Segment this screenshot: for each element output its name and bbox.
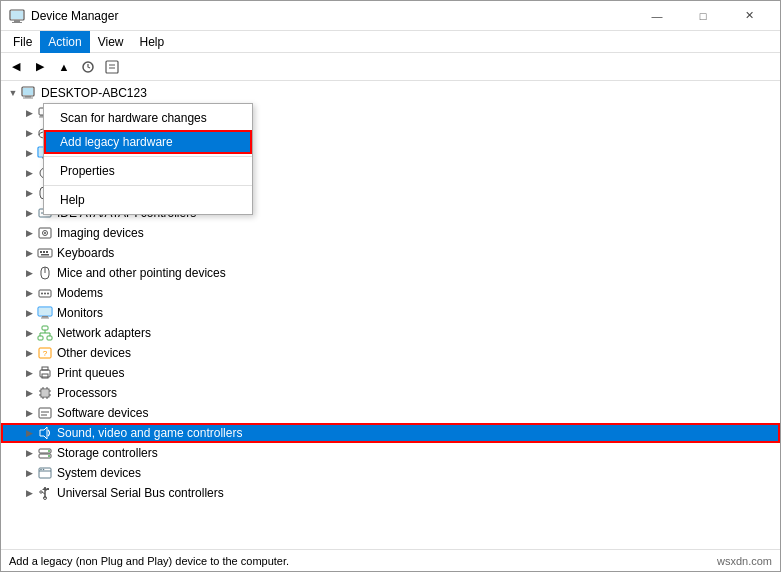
tree-item-imaging[interactable]: ▶ Imaging devices (1, 223, 780, 243)
tree-item-system[interactable]: ▶ System devices (1, 463, 780, 483)
menu-scan-hardware[interactable]: Scan for hardware changes (44, 106, 252, 130)
svg-rect-1 (14, 20, 20, 22)
device-manager-window: Device Manager — □ ✕ File Action View He… (0, 0, 781, 572)
tree-item-software[interactable]: ▶ Software devices (1, 403, 780, 423)
sound-icon (37, 425, 53, 441)
network-icon (37, 325, 53, 341)
storage-icon (37, 445, 53, 461)
modem-expander[interactable]: ▶ (21, 285, 37, 301)
svg-rect-47 (47, 336, 52, 340)
svg-point-73 (48, 450, 50, 452)
maximize-button[interactable]: □ (680, 1, 726, 31)
display-expander[interactable]: ▶ (21, 145, 37, 161)
computer-expander[interactable]: ▶ (21, 105, 37, 121)
menu-add-legacy[interactable]: Add legacy hardware (44, 130, 252, 154)
hid-expander[interactable]: ▶ (21, 185, 37, 201)
imaging-icon (37, 225, 53, 241)
sound-expander[interactable]: ▶ (21, 425, 37, 441)
tree-item-monitor[interactable]: ▶ Monitors (1, 303, 780, 323)
main-content: Scan for hardware changes Add legacy har… (1, 81, 780, 549)
tree-item-storage[interactable]: ▶ Storage controllers (1, 443, 780, 463)
app-icon (9, 8, 25, 24)
svg-rect-55 (42, 367, 48, 370)
window-title: Device Manager (31, 9, 118, 23)
svg-rect-32 (43, 251, 45, 253)
imaging-expander[interactable]: ▶ (21, 225, 37, 241)
svg-point-38 (41, 293, 43, 295)
tree-item-print[interactable]: ▶ Print queues (1, 363, 780, 383)
toolbar-properties[interactable] (101, 56, 123, 78)
minimize-button[interactable]: — (634, 1, 680, 31)
monitor-label: Monitors (57, 306, 103, 320)
tree-item-other[interactable]: ▶ ? Other devices (1, 343, 780, 363)
toolbar-up[interactable]: ▲ (53, 56, 75, 78)
svg-point-29 (44, 232, 46, 234)
menu-action[interactable]: Action (40, 31, 89, 53)
svg-point-77 (40, 469, 42, 471)
status-right: wsxdn.com (717, 555, 772, 567)
menu-properties[interactable]: Properties (44, 159, 252, 183)
menu-file[interactable]: File (5, 31, 40, 53)
network-expander[interactable]: ▶ (21, 325, 37, 341)
mouse-expander[interactable]: ▶ (21, 265, 37, 281)
svg-rect-33 (46, 251, 48, 253)
usb-label: Universal Serial Bus controllers (57, 486, 224, 500)
monitor-expander[interactable]: ▶ (21, 305, 37, 321)
svg-point-78 (43, 469, 45, 471)
processor-expander[interactable]: ▶ (21, 385, 37, 401)
toolbar-scan[interactable] (77, 56, 99, 78)
tree-item-processor[interactable]: ▶ Processors (1, 383, 780, 403)
system-expander[interactable]: ▶ (21, 465, 37, 481)
mouse-label: Mice and other pointing devices (57, 266, 226, 280)
ide-expander[interactable]: ▶ (21, 205, 37, 221)
menu-bar: File Action View Help (1, 31, 780, 53)
tree-item-modem[interactable]: ▶ Modems (1, 283, 780, 303)
menu-divider-2 (44, 185, 252, 186)
toolbar-forward[interactable]: ▶ (29, 56, 51, 78)
close-button[interactable]: ✕ (726, 1, 772, 31)
processor-label: Processors (57, 386, 117, 400)
tree-item-mouse[interactable]: ▶ Mice and other pointing devices (1, 263, 780, 283)
svg-rect-58 (42, 390, 48, 396)
dvd-expander[interactable]: ▶ (21, 165, 37, 181)
svg-marker-70 (40, 427, 47, 439)
keyboard-label: Keyboards (57, 246, 114, 260)
svg-rect-42 (39, 308, 51, 315)
imaging-label: Imaging devices (57, 226, 144, 240)
menu-view[interactable]: View (90, 31, 132, 53)
system-label: System devices (57, 466, 141, 480)
network-label: Network adapters (57, 326, 151, 340)
mouse-icon (37, 265, 53, 281)
toolbar-back[interactable]: ◀ (5, 56, 27, 78)
computer-icon (21, 85, 37, 101)
system-icon (37, 465, 53, 481)
disk-expander[interactable]: ▶ (21, 125, 37, 141)
storage-expander[interactable]: ▶ (21, 445, 37, 461)
svg-rect-34 (41, 254, 49, 256)
other-icon: ? (37, 345, 53, 361)
keyboard-expander[interactable]: ▶ (21, 245, 37, 261)
other-expander[interactable]: ▶ (21, 345, 37, 361)
print-expander[interactable]: ▶ (21, 365, 37, 381)
tree-item-keyboard[interactable]: ▶ Keyboards (1, 243, 780, 263)
software-icon (37, 405, 53, 421)
tree-item-network[interactable]: ▶ Network adapters (1, 323, 780, 343)
menu-help-action[interactable]: Help (44, 188, 252, 212)
tree-root[interactable]: ▼ DESKTOP-ABC123 (1, 83, 780, 103)
tree-item-sound[interactable]: ▶ Sound, video and game controllers (1, 423, 780, 443)
processor-icon (37, 385, 53, 401)
print-label: Print queues (57, 366, 124, 380)
svg-rect-2 (12, 22, 22, 23)
svg-text:?: ? (43, 349, 48, 358)
root-expander[interactable]: ▼ (5, 85, 21, 101)
print-icon (37, 365, 53, 381)
svg-rect-81 (47, 488, 49, 490)
svg-rect-3 (11, 11, 23, 19)
menu-help[interactable]: Help (132, 31, 173, 53)
usb-expander[interactable]: ▶ (21, 485, 37, 501)
toolbar: ◀ ▶ ▲ (1, 53, 780, 81)
software-expander[interactable]: ▶ (21, 405, 37, 421)
tree-item-usb[interactable]: ▶ Universal Serial Bus controllers (1, 483, 780, 503)
title-bar: Device Manager — □ ✕ (1, 1, 780, 31)
monitor-icon (37, 305, 53, 321)
